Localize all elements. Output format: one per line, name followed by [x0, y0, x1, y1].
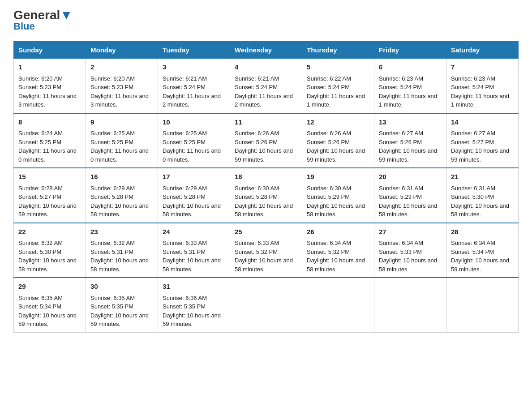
sunrise-label: Sunrise: 6:20 AM — [18, 75, 63, 82]
header-monday: Monday — [86, 42, 158, 59]
sunset-label: Sunset: 5:26 PM — [307, 139, 350, 146]
calendar-cell-week3-day2: 16 Sunrise: 6:29 AM Sunset: 5:28 PM Dayl… — [86, 168, 158, 223]
sunset-label: Sunset: 5:32 PM — [235, 248, 278, 255]
calendar-cell-week3-day6: 20 Sunrise: 6:31 AM Sunset: 5:29 PM Dayl… — [374, 168, 446, 223]
day-number: 30 — [90, 282, 153, 292]
sunrise-label: Sunrise: 6:36 AM — [163, 295, 207, 301]
day-number: 29 — [18, 282, 81, 292]
daylight-label: Daylight: 11 hours and 1 minute. — [451, 93, 509, 108]
sunset-label: Sunset: 5:30 PM — [18, 248, 61, 255]
sunrise-label: Sunrise: 6:32 AM — [18, 240, 63, 246]
day-number: 22 — [18, 227, 81, 237]
calendar-cell-week4-day4: 25 Sunrise: 6:33 AM Sunset: 5:32 PM Dayl… — [230, 223, 302, 278]
header-saturday: Saturday — [446, 42, 519, 59]
daylight-label: Daylight: 11 hours and 2 minutes. — [235, 93, 293, 108]
calendar-cell-week3-day3: 17 Sunrise: 6:29 AM Sunset: 5:28 PM Dayl… — [158, 168, 230, 223]
calendar-table: SundayMondayTuesdayWednesdayThursdayFrid… — [13, 41, 519, 333]
sunrise-label: Sunrise: 6:35 AM — [90, 295, 135, 301]
calendar-header-row: SundayMondayTuesdayWednesdayThursdayFrid… — [14, 42, 519, 59]
calendar-cell-week1-day7: 7 Sunrise: 6:23 AM Sunset: 5:24 PM Dayli… — [446, 59, 519, 113]
calendar-cell-week4-day6: 27 Sunrise: 6:34 AM Sunset: 5:33 PM Dayl… — [374, 223, 446, 278]
daylight-label: Daylight: 11 hours and 3 minutes. — [90, 93, 149, 108]
daylight-label: Daylight: 10 hours and 58 minutes. — [379, 257, 437, 273]
calendar-cell-week2-day5: 12 Sunrise: 6:26 AM Sunset: 5:26 PM Dayl… — [302, 113, 374, 168]
sunset-label: Sunset: 5:26 PM — [379, 139, 422, 146]
calendar-cell-week5-day1: 29 Sunrise: 6:35 AM Sunset: 5:34 PM Dayl… — [14, 278, 86, 332]
sunrise-label: Sunrise: 6:31 AM — [451, 185, 495, 192]
sunrise-label: Sunrise: 6:29 AM — [163, 185, 207, 192]
calendar-cell-week2-day2: 9 Sunrise: 6:25 AM Sunset: 5:25 PM Dayli… — [86, 113, 158, 168]
sunset-label: Sunset: 5:29 PM — [379, 193, 422, 200]
header-wednesday: Wednesday — [230, 42, 302, 59]
sunset-label: Sunset: 5:27 PM — [451, 139, 494, 146]
sunrise-label: Sunrise: 6:26 AM — [307, 130, 351, 137]
day-number: 9 — [90, 117, 153, 128]
day-number: 23 — [90, 227, 153, 237]
logo: General▼ Blue — [13, 9, 73, 32]
sunrise-label: Sunrise: 6:35 AM — [18, 295, 63, 301]
day-number: 11 — [235, 117, 297, 128]
day-number: 21 — [451, 172, 514, 182]
sunset-label: Sunset: 5:25 PM — [90, 139, 133, 146]
sunset-label: Sunset: 5:32 PM — [307, 248, 350, 255]
sunset-label: Sunset: 5:31 PM — [90, 248, 133, 255]
calendar-cell-week3-day5: 19 Sunrise: 6:30 AM Sunset: 5:29 PM Dayl… — [302, 168, 374, 223]
sunset-label: Sunset: 5:35 PM — [163, 303, 206, 310]
sunset-label: Sunset: 5:24 PM — [163, 84, 206, 90]
calendar-week-1: 1 Sunrise: 6:20 AM Sunset: 5:23 PM Dayli… — [14, 59, 519, 113]
sunset-label: Sunset: 5:25 PM — [18, 139, 61, 146]
day-number: 3 — [163, 62, 225, 73]
daylight-label: Daylight: 10 hours and 58 minutes. — [90, 202, 149, 218]
day-number: 16 — [90, 172, 153, 182]
daylight-label: Daylight: 11 hours and 2 minutes. — [163, 93, 221, 108]
sunset-label: Sunset: 5:24 PM — [451, 84, 494, 90]
calendar-cell-week5-day6 — [374, 278, 446, 332]
header-tuesday: Tuesday — [158, 42, 230, 59]
day-number: 18 — [235, 172, 297, 182]
header-friday: Friday — [374, 42, 446, 59]
page-header: General▼ Blue — [13, 9, 519, 32]
daylight-label: Daylight: 10 hours and 59 minutes. — [18, 312, 77, 328]
daylight-label: Daylight: 10 hours and 59 minutes. — [451, 147, 509, 163]
daylight-label: Daylight: 10 hours and 58 minutes. — [18, 257, 77, 273]
sunrise-label: Sunrise: 6:21 AM — [163, 75, 207, 82]
logo-triangle-icon: ▼ — [60, 8, 73, 22]
sunrise-label: Sunrise: 6:28 AM — [18, 185, 63, 192]
daylight-label: Daylight: 10 hours and 59 minutes. — [307, 147, 365, 163]
day-number: 8 — [18, 117, 81, 128]
sunrise-label: Sunrise: 6:32 AM — [90, 240, 135, 246]
daylight-label: Daylight: 10 hours and 58 minutes. — [307, 257, 365, 273]
day-number: 1 — [18, 62, 81, 73]
sunrise-label: Sunrise: 6:30 AM — [235, 185, 279, 192]
sunrise-label: Sunrise: 6:34 AM — [379, 240, 423, 246]
daylight-label: Daylight: 10 hours and 59 minutes. — [18, 202, 77, 218]
calendar-cell-week1-day3: 3 Sunrise: 6:21 AM Sunset: 5:24 PM Dayli… — [158, 59, 230, 113]
sunrise-label: Sunrise: 6:27 AM — [379, 130, 423, 137]
daylight-label: Daylight: 10 hours and 58 minutes. — [90, 257, 149, 273]
sunset-label: Sunset: 5:35 PM — [90, 303, 133, 310]
sunset-label: Sunset: 5:34 PM — [451, 248, 494, 255]
calendar-cell-week5-day3: 31 Sunrise: 6:36 AM Sunset: 5:35 PM Dayl… — [158, 278, 230, 332]
calendar-cell-week1-day5: 5 Sunrise: 6:22 AM Sunset: 5:24 PM Dayli… — [302, 59, 374, 113]
sunrise-label: Sunrise: 6:33 AM — [235, 240, 279, 246]
day-number: 2 — [90, 62, 153, 73]
calendar-cell-week1-day2: 2 Sunrise: 6:20 AM Sunset: 5:23 PM Dayli… — [86, 59, 158, 113]
sunset-label: Sunset: 5:30 PM — [451, 193, 494, 200]
day-number: 27 — [379, 227, 442, 237]
day-number: 13 — [379, 117, 442, 128]
calendar-cell-week4-day1: 22 Sunrise: 6:32 AM Sunset: 5:30 PM Dayl… — [14, 223, 86, 278]
calendar-cell-week5-day7 — [446, 278, 519, 332]
sunrise-label: Sunrise: 6:34 AM — [307, 240, 351, 246]
daylight-label: Daylight: 11 hours and 0 minutes. — [163, 147, 221, 163]
daylight-label: Daylight: 11 hours and 0 minutes. — [90, 147, 149, 163]
sunset-label: Sunset: 5:24 PM — [307, 84, 350, 90]
sunset-label: Sunset: 5:34 PM — [18, 303, 61, 310]
sunset-label: Sunset: 5:29 PM — [307, 193, 350, 200]
day-number: 24 — [163, 227, 225, 237]
daylight-label: Daylight: 10 hours and 59 minutes. — [235, 147, 293, 163]
day-number: 7 — [451, 62, 514, 73]
day-number: 12 — [307, 117, 369, 128]
sunset-label: Sunset: 5:28 PM — [90, 193, 133, 200]
logo-general-text: General▼ — [13, 9, 73, 21]
daylight-label: Daylight: 11 hours and 3 minutes. — [18, 93, 77, 108]
